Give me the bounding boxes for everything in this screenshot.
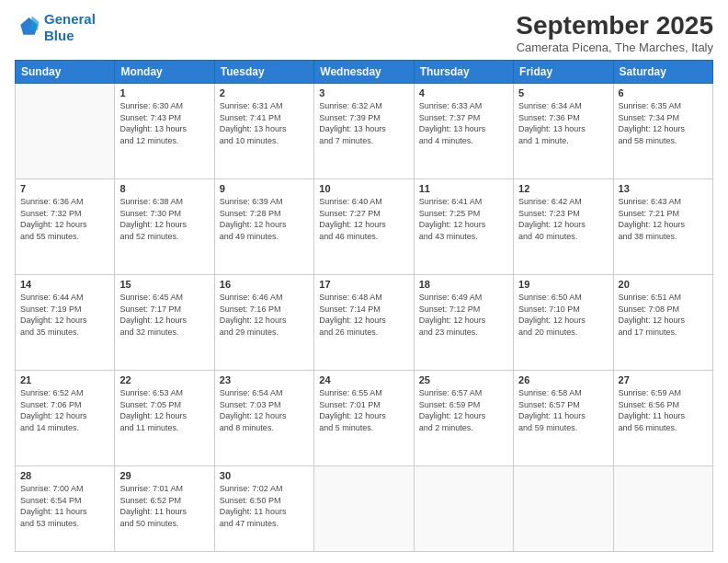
header-saturday: Saturday	[613, 61, 712, 84]
table-row: 10Sunrise: 6:40 AM Sunset: 7:27 PM Dayli…	[314, 178, 414, 274]
table-row	[16, 84, 115, 179]
table-row: 28Sunrise: 7:00 AM Sunset: 6:54 PM Dayli…	[16, 465, 115, 551]
table-row: 19Sunrise: 6:50 AM Sunset: 7:10 PM Dayli…	[514, 274, 613, 370]
day-info: Sunrise: 6:55 AM Sunset: 7:01 PM Dayligh…	[319, 387, 408, 433]
logo-icon	[15, 15, 40, 40]
day-info: Sunrise: 6:51 AM Sunset: 7:08 PM Dayligh…	[619, 292, 708, 338]
table-row: 26Sunrise: 6:58 AM Sunset: 6:57 PM Dayli…	[514, 370, 613, 465]
day-number: 11	[419, 183, 508, 194]
day-number: 9	[220, 183, 309, 194]
day-number: 3	[319, 87, 408, 98]
day-number: 29	[119, 470, 209, 481]
table-row: 12Sunrise: 6:42 AM Sunset: 7:23 PM Dayli…	[514, 178, 613, 274]
page: General Blue September 2025 Camerata Pic…	[0, 0, 728, 563]
logo: General Blue	[15, 11, 96, 44]
day-info: Sunrise: 6:30 AM Sunset: 7:43 PM Dayligh…	[119, 100, 209, 146]
day-info: Sunrise: 7:02 AM Sunset: 6:50 PM Dayligh…	[220, 483, 309, 529]
header-friday: Friday	[514, 61, 613, 84]
header-thursday: Thursday	[414, 61, 513, 84]
table-row: 5Sunrise: 6:34 AM Sunset: 7:36 PM Daylig…	[514, 84, 613, 179]
day-number: 16	[220, 279, 309, 290]
day-info: Sunrise: 6:32 AM Sunset: 7:39 PM Dayligh…	[319, 100, 408, 146]
table-row	[314, 465, 414, 551]
day-number: 1	[119, 87, 209, 98]
day-info: Sunrise: 6:42 AM Sunset: 7:23 PM Dayligh…	[518, 196, 608, 242]
calendar-week-row: 28Sunrise: 7:00 AM Sunset: 6:54 PM Dayli…	[16, 465, 713, 551]
day-info: Sunrise: 6:40 AM Sunset: 7:27 PM Dayligh…	[319, 196, 408, 242]
day-info: Sunrise: 6:41 AM Sunset: 7:25 PM Dayligh…	[419, 196, 508, 242]
table-row: 11Sunrise: 6:41 AM Sunset: 7:25 PM Dayli…	[414, 178, 513, 274]
day-info: Sunrise: 6:33 AM Sunset: 7:37 PM Dayligh…	[419, 100, 508, 146]
day-number: 22	[119, 374, 209, 385]
table-row: 30Sunrise: 7:02 AM Sunset: 6:50 PM Dayli…	[214, 465, 313, 551]
table-row	[514, 465, 613, 551]
table-row: 17Sunrise: 6:48 AM Sunset: 7:14 PM Dayli…	[314, 274, 414, 370]
day-info: Sunrise: 6:34 AM Sunset: 7:36 PM Dayligh…	[518, 100, 608, 146]
day-number: 6	[619, 87, 708, 98]
day-number: 21	[20, 374, 109, 385]
table-row: 8Sunrise: 6:38 AM Sunset: 7:30 PM Daylig…	[115, 178, 214, 274]
calendar-table: Sunday Monday Tuesday Wednesday Thursday…	[15, 60, 713, 552]
day-number: 18	[419, 279, 508, 290]
calendar-week-row: 1Sunrise: 6:30 AM Sunset: 7:43 PM Daylig…	[16, 84, 713, 179]
day-number: 13	[619, 183, 708, 194]
table-row: 18Sunrise: 6:49 AM Sunset: 7:12 PM Dayli…	[414, 274, 513, 370]
day-info: Sunrise: 6:52 AM Sunset: 7:06 PM Dayligh…	[20, 387, 109, 433]
day-number: 12	[518, 183, 608, 194]
day-info: Sunrise: 6:39 AM Sunset: 7:28 PM Dayligh…	[220, 196, 309, 242]
table-row	[414, 465, 513, 551]
calendar-week-row: 14Sunrise: 6:44 AM Sunset: 7:19 PM Dayli…	[16, 274, 713, 370]
table-row: 14Sunrise: 6:44 AM Sunset: 7:19 PM Dayli…	[16, 274, 115, 370]
table-row: 7Sunrise: 6:36 AM Sunset: 7:32 PM Daylig…	[16, 178, 115, 274]
day-number: 20	[619, 279, 708, 290]
day-number: 28	[20, 470, 109, 481]
weekday-header-row: Sunday Monday Tuesday Wednesday Thursday…	[16, 61, 713, 84]
day-number: 30	[220, 470, 309, 481]
table-row: 3Sunrise: 6:32 AM Sunset: 7:39 PM Daylig…	[314, 84, 414, 179]
table-row: 22Sunrise: 6:53 AM Sunset: 7:05 PM Dayli…	[115, 370, 214, 465]
header-monday: Monday	[115, 61, 214, 84]
day-number: 17	[319, 279, 408, 290]
table-row: 27Sunrise: 6:59 AM Sunset: 6:56 PM Dayli…	[613, 370, 712, 465]
day-info: Sunrise: 6:43 AM Sunset: 7:21 PM Dayligh…	[619, 196, 708, 242]
month-title: September 2025	[516, 11, 713, 40]
table-row: 6Sunrise: 6:35 AM Sunset: 7:34 PM Daylig…	[613, 84, 712, 179]
logo-text-line1: General	[44, 11, 96, 28]
day-number: 8	[119, 183, 209, 194]
table-row: 29Sunrise: 7:01 AM Sunset: 6:52 PM Dayli…	[115, 465, 214, 551]
day-info: Sunrise: 6:50 AM Sunset: 7:10 PM Dayligh…	[518, 292, 608, 338]
day-number: 23	[220, 374, 309, 385]
table-row	[613, 465, 712, 551]
table-row: 20Sunrise: 6:51 AM Sunset: 7:08 PM Dayli…	[613, 274, 712, 370]
title-block: September 2025 Camerata Picena, The Marc…	[516, 11, 713, 54]
table-row: 25Sunrise: 6:57 AM Sunset: 6:59 PM Dayli…	[414, 370, 513, 465]
header-wednesday: Wednesday	[314, 61, 414, 84]
day-info: Sunrise: 6:58 AM Sunset: 6:57 PM Dayligh…	[518, 387, 608, 433]
day-number: 14	[20, 279, 109, 290]
day-number: 2	[220, 87, 309, 98]
location: Camerata Picena, The Marches, Italy	[516, 40, 713, 54]
table-row: 4Sunrise: 6:33 AM Sunset: 7:37 PM Daylig…	[414, 84, 513, 179]
day-number: 4	[419, 87, 508, 98]
table-row: 13Sunrise: 6:43 AM Sunset: 7:21 PM Dayli…	[613, 178, 712, 274]
day-info: Sunrise: 6:57 AM Sunset: 6:59 PM Dayligh…	[419, 387, 508, 433]
calendar-week-row: 7Sunrise: 6:36 AM Sunset: 7:32 PM Daylig…	[16, 178, 713, 274]
day-number: 5	[518, 87, 608, 98]
day-info: Sunrise: 6:36 AM Sunset: 7:32 PM Dayligh…	[20, 196, 109, 242]
day-number: 15	[119, 279, 209, 290]
table-row: 15Sunrise: 6:45 AM Sunset: 7:17 PM Dayli…	[115, 274, 214, 370]
day-info: Sunrise: 6:54 AM Sunset: 7:03 PM Dayligh…	[220, 387, 309, 433]
svg-marker-1	[30, 17, 39, 31]
day-info: Sunrise: 6:45 AM Sunset: 7:17 PM Dayligh…	[119, 292, 209, 338]
day-info: Sunrise: 6:38 AM Sunset: 7:30 PM Dayligh…	[119, 196, 209, 242]
day-info: Sunrise: 6:35 AM Sunset: 7:34 PM Dayligh…	[619, 100, 708, 146]
table-row: 2Sunrise: 6:31 AM Sunset: 7:41 PM Daylig…	[214, 84, 313, 179]
day-info: Sunrise: 6:59 AM Sunset: 6:56 PM Dayligh…	[619, 387, 708, 433]
table-row: 21Sunrise: 6:52 AM Sunset: 7:06 PM Dayli…	[16, 370, 115, 465]
header-sunday: Sunday	[16, 61, 115, 84]
day-info: Sunrise: 6:46 AM Sunset: 7:16 PM Dayligh…	[220, 292, 309, 338]
day-number: 10	[319, 183, 408, 194]
day-info: Sunrise: 7:00 AM Sunset: 6:54 PM Dayligh…	[20, 483, 109, 529]
day-info: Sunrise: 6:53 AM Sunset: 7:05 PM Dayligh…	[119, 387, 209, 433]
table-row: 9Sunrise: 6:39 AM Sunset: 7:28 PM Daylig…	[214, 178, 313, 274]
